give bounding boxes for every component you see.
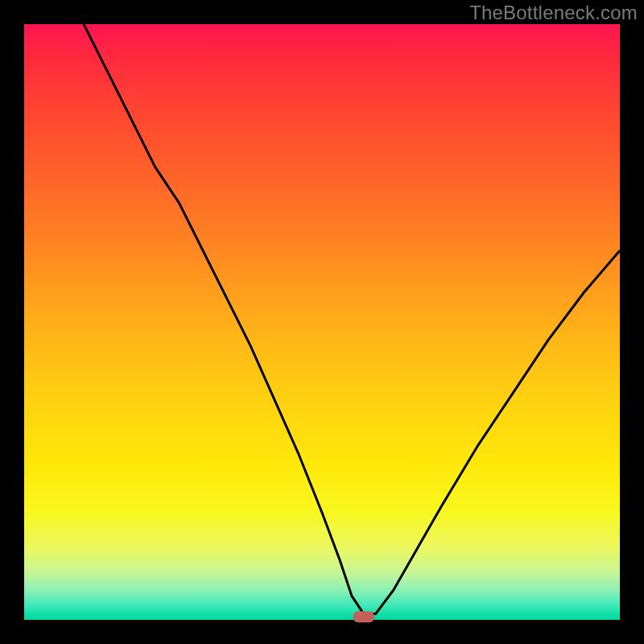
bottleneck-curve	[84, 24, 620, 614]
chart-frame: TheBottleneck.com	[0, 0, 644, 644]
watermark-text: TheBottleneck.com	[469, 2, 638, 24]
plot-area	[24, 24, 620, 620]
minimum-marker	[353, 611, 374, 622]
plot-svg	[24, 24, 620, 620]
